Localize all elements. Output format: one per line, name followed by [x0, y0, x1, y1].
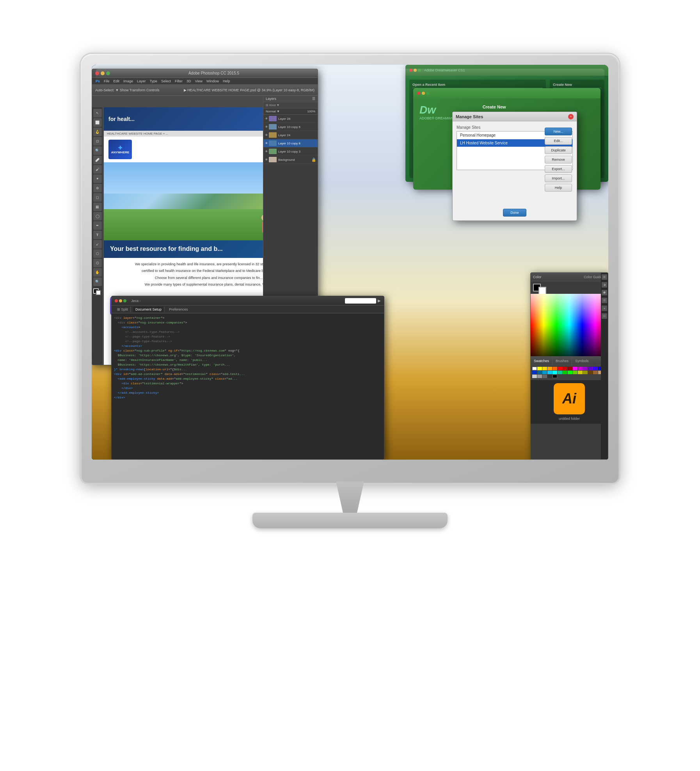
swatch-orange[interactable]	[547, 367, 552, 370]
code-tab-preferences[interactable]: Preferences	[167, 307, 190, 312]
swatch-deepred[interactable]	[568, 367, 572, 370]
dw-new-btn[interactable]: New...	[545, 128, 572, 135]
swatch-olive[interactable]	[578, 371, 583, 374]
swatch-green[interactable]	[563, 371, 567, 374]
tool-hand[interactable]: ✋	[93, 268, 102, 277]
layer-item-10c3[interactable]: 👁 Layer 10 copy 3	[263, 147, 318, 156]
background-color[interactable]	[538, 287, 546, 295]
tool-path[interactable]: ↙	[93, 240, 102, 249]
tool-type[interactable]: T	[93, 231, 102, 239]
dw-export-btn[interactable]: Export...	[545, 165, 572, 173]
swatch-darkred[interactable]	[563, 367, 567, 370]
dw-splash-min[interactable]	[422, 92, 425, 95]
ps-menu-window[interactable]: Window	[204, 79, 221, 83]
swatch-gray[interactable]	[537, 375, 542, 378]
swatch-darkviolet[interactable]	[588, 367, 593, 370]
swatch-bright-cyan[interactable]	[553, 371, 557, 374]
right-bar-btn-5[interactable]: ≡	[602, 306, 607, 311]
swatch-black[interactable]	[553, 375, 557, 378]
swatch-lime[interactable]	[568, 371, 572, 374]
layer-item-10c6[interactable]: 👁 Layer 10 copy 6	[263, 123, 318, 131]
dw-duplicate-btn[interactable]: Duplicate	[545, 146, 572, 154]
layer-item-10c8[interactable]: 👁 Layer 10 copy 8	[263, 139, 318, 147]
ps-menu-help[interactable]: Help	[221, 79, 232, 83]
ps-menu-image[interactable]: Image	[121, 79, 135, 83]
ps-menu-select[interactable]: Select	[159, 79, 173, 83]
tool-heal[interactable]: 🩹	[93, 156, 102, 164]
swatch-darkorange[interactable]	[553, 367, 557, 370]
tab-brushes[interactable]: Brushes	[553, 357, 572, 365]
swatch-cyan[interactable]	[547, 371, 552, 374]
tool-lasso[interactable]: 🪝	[93, 128, 102, 136]
tab-swatches[interactable]: Swatches	[531, 357, 553, 365]
right-bar-btn-6[interactable]: ⊡	[602, 313, 607, 319]
tool-zoom[interactable]: 🔍	[93, 277, 102, 286]
code-tab-document[interactable]: Document Setup	[133, 307, 164, 312]
ps-menu-layer[interactable]: Layer	[135, 79, 148, 83]
code-tab-split[interactable]: ⊞ Split	[115, 307, 131, 312]
tool-clone[interactable]: ✦	[93, 174, 102, 183]
swatch-teal[interactable]	[558, 371, 562, 374]
dw-dialog-close-btn[interactable]: ×	[568, 114, 574, 119]
swatch-darkgray[interactable]	[542, 375, 547, 378]
swatch-purple-magenta[interactable]	[578, 367, 583, 370]
dw-import-btn[interactable]: Import...	[545, 174, 572, 182]
tool-gradient[interactable]: ▦	[93, 203, 102, 211]
dw-done-btn[interactable]: Done	[503, 209, 526, 217]
swatch-yellow[interactable]	[537, 367, 542, 370]
tool-3d[interactable]: ⌬	[93, 259, 102, 267]
ps-menu-3d[interactable]: 3D	[185, 79, 193, 83]
layer-item-28[interactable]: 👁 Layer 28	[263, 115, 318, 123]
swatch-skyblue[interactable]	[542, 371, 547, 374]
tool-shape[interactable]: ⬡	[93, 249, 102, 258]
code-min-btn[interactable]	[119, 299, 122, 302]
ps-menu-view[interactable]: View	[193, 79, 204, 83]
ps-menu-item[interactable]: Ps	[94, 79, 102, 83]
tool-history[interactable]: ⊛	[93, 184, 102, 192]
tab-symbols[interactable]: Symbols	[572, 357, 592, 365]
tool-dodge[interactable]: ◯	[93, 212, 102, 220]
swatch-white[interactable]	[532, 367, 537, 370]
ps-menu-file[interactable]: File	[102, 79, 112, 83]
dw-close-btn[interactable]	[409, 69, 412, 72]
tool-crop[interactable]: ⊡	[93, 137, 102, 146]
layers-options[interactable]: ☰	[312, 97, 315, 101]
tool-eraser[interactable]: ◻	[93, 193, 102, 202]
swatch-gold[interactable]	[542, 367, 547, 370]
tool-eyedropper[interactable]: 🔍	[93, 146, 102, 155]
swatch-charcoal[interactable]	[547, 375, 552, 378]
swatch-red[interactable]	[558, 367, 562, 370]
swatch-yellow-green[interactable]	[573, 371, 577, 374]
color-gradient-area[interactable]	[531, 294, 608, 356]
dw-help-btn[interactable]: Help	[545, 184, 572, 192]
dw-min-btn[interactable]	[414, 69, 417, 72]
tool-select[interactable]: ⬜	[93, 118, 102, 127]
tool-move[interactable]: ↖	[93, 109, 102, 117]
swatch-lightgray[interactable]	[532, 375, 537, 378]
code-max-btn[interactable]	[123, 299, 126, 302]
code-search-input[interactable]	[345, 298, 376, 304]
swatch-magenta[interactable]	[573, 367, 577, 370]
layer-item-24[interactable]: 👁 Layer 24	[263, 131, 318, 139]
swatch-blue[interactable]	[593, 367, 598, 370]
tool-brush[interactable]: 🖌	[93, 165, 102, 174]
swatch-brown[interactable]	[588, 371, 593, 374]
dw-splash-close[interactable]	[417, 92, 420, 95]
code-close-btn[interactable]	[115, 299, 118, 302]
swatch-violet[interactable]	[583, 367, 588, 370]
right-bar-btn-4[interactable]: ☰	[602, 298, 607, 303]
swatch-tan[interactable]	[593, 371, 598, 374]
right-bar-btn-1[interactable]: ⊞	[602, 274, 607, 280]
tool-pen[interactable]: ✒	[93, 221, 102, 230]
right-bar-btn-2[interactable]: ◑	[602, 282, 607, 288]
ps-menu-filter[interactable]: Filter	[173, 79, 185, 83]
right-bar-btn-3[interactable]: ⬟	[602, 290, 607, 295]
dw-edit-btn[interactable]: Edit...	[545, 137, 572, 145]
ps-menu-edit[interactable]: Edit	[112, 79, 122, 83]
dw-splash-max[interactable]	[426, 92, 430, 95]
layer-item-bg[interactable]: 👁 Background 🔒	[263, 156, 318, 164]
dw-max-btn[interactable]	[418, 69, 421, 72]
swatch-steelblue[interactable]	[537, 371, 542, 374]
swatch-darkolive[interactable]	[583, 371, 588, 374]
swatch-darkblue[interactable]	[532, 371, 537, 374]
